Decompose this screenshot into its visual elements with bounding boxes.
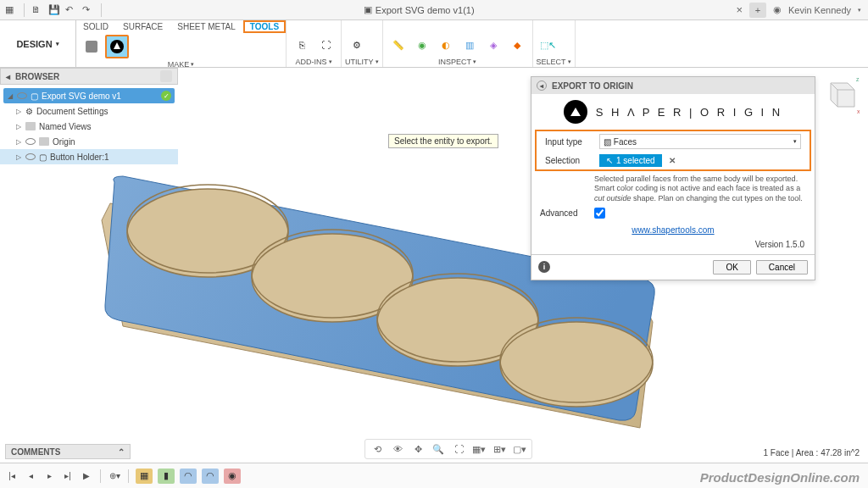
export-panel: ◂ EXPORT TO ORIGIN S H Λ P E R | O R I G…: [531, 76, 815, 280]
center-mass-icon[interactable]: ◈: [483, 35, 504, 55]
panel-header[interactable]: ◂ EXPORT TO ORIGIN: [531, 77, 815, 94]
component-color-icon[interactable]: ◆: [507, 35, 527, 55]
zoom-icon[interactable]: 🔍: [430, 441, 447, 457]
folder-icon: [39, 137, 49, 146]
component-icon: ▢: [31, 92, 38, 101]
orbit-icon[interactable]: ⟲: [369, 441, 386, 457]
svg-point-5: [377, 274, 538, 362]
visibility-icon[interactable]: [25, 153, 36, 160]
utility-icon[interactable]: ⚙: [347, 35, 367, 55]
tab-surface[interactable]: SURFACE: [116, 20, 170, 33]
group-select[interactable]: SELECT▾: [533, 57, 575, 67]
timeline-settings-icon[interactable]: ⊕▾: [108, 469, 121, 483]
advanced-checkbox[interactable]: [594, 208, 605, 219]
tree-item-button-holder[interactable]: ▷ ▢ Button Holder:1: [0, 149, 178, 164]
info-icon[interactable]: i: [538, 261, 550, 273]
svg-text:x: x: [857, 108, 860, 114]
group-utility[interactable]: UTILITY▾: [342, 57, 382, 67]
feature-fillet-icon[interactable]: ◠: [180, 469, 197, 484]
extensions-icon[interactable]: ◉: [773, 4, 782, 15]
tree-root[interactable]: ◢ ▢ Export SVG demo v1 ✓: [3, 88, 175, 103]
file-icon[interactable]: 🗎: [31, 4, 43, 16]
ribbon: DESIGN▾ SOLID SURFACE SHEET METAL TOOLS …: [0, 20, 868, 68]
selection-chip[interactable]: ↖ 1 selected: [599, 154, 662, 167]
input-type-row: Input type ▧ Faces ▾: [537, 131, 810, 152]
tree-item-doc-settings[interactable]: ▷⚙ Document Settings: [0, 103, 178, 119]
store-icon[interactable]: ⛶: [315, 35, 336, 55]
svg-text:z: z: [856, 76, 860, 82]
component-icon: ▢: [39, 152, 47, 162]
svg-rect-8: [86, 41, 97, 53]
visibility-icon[interactable]: [25, 138, 36, 145]
timeline-start-icon[interactable]: |◂: [5, 469, 19, 483]
timeline-back-icon[interactable]: ◂: [24, 469, 37, 483]
collapse-icon[interactable]: ◂: [537, 80, 547, 91]
cancel-button[interactable]: Cancel: [756, 260, 808, 274]
browser-panel: ◂ BROWSER ◢ ▢ Export SVG demo v1 ✓ ▷⚙ Do…: [0, 68, 178, 168]
svg-point-7: [500, 318, 653, 402]
status-bar: 1 Face | Area : 47.28 in^2: [764, 448, 860, 458]
undo-icon[interactable]: ↶: [65, 4, 77, 16]
new-tab-button[interactable]: +: [749, 3, 766, 18]
tab-tools[interactable]: TOOLS: [243, 20, 286, 33]
measure-icon[interactable]: 📏: [388, 35, 409, 55]
tab-sheet-metal[interactable]: SHEET METAL: [170, 20, 243, 33]
workspace-switcher[interactable]: DESIGN▾: [0, 20, 76, 67]
fusion-icon: ▣: [364, 4, 372, 15]
close-tab-icon[interactable]: ×: [736, 3, 743, 16]
timeline-fwd-icon[interactable]: ▸: [42, 469, 56, 483]
feature-sketch-icon[interactable]: ▦: [136, 469, 153, 484]
fit-icon[interactable]: ⛶: [450, 441, 467, 457]
comments-header[interactable]: COMMENTS⌃: [5, 444, 131, 459]
viewport-icon[interactable]: ▢▾: [511, 441, 528, 457]
faces-icon: ▧: [604, 137, 611, 147]
apps-grid-icon[interactable]: ▦: [5, 4, 17, 16]
collapse-icon[interactable]: ◂: [6, 72, 10, 81]
tree-item-origin[interactable]: ▷ Origin: [0, 134, 178, 149]
look-icon[interactable]: 👁: [389, 441, 406, 457]
timeline: |◂ ◂ ▸ ▸| ▶ ⊕▾ ▦ ▮ ◠ ◠ ◉: [0, 463, 868, 488]
group-addins[interactable]: ADD-INS▾: [287, 57, 341, 67]
feature-fillet2-icon[interactable]: ◠: [202, 469, 219, 484]
shaper-link[interactable]: www.shapertools.com: [531, 221, 815, 238]
visibility-icon[interactable]: [17, 92, 27, 99]
timeline-play-icon[interactable]: ▶: [80, 469, 93, 483]
scripts-icon[interactable]: ⎘: [292, 35, 312, 55]
section-icon[interactable]: ▥: [459, 35, 480, 55]
feature-combine-icon[interactable]: ◉: [224, 469, 241, 484]
select-icon[interactable]: ⬚↖: [538, 35, 559, 55]
nav-toolbar: ⟲ 👁 ✥ 🔍 ⛶ ▦▾ ⊞▾ ▢▾: [364, 439, 532, 459]
user-name[interactable]: Kevin Kennedy: [788, 5, 851, 15]
chevron-down-icon: ▾: [793, 138, 797, 145]
chevron-down-icon[interactable]: ▾: [858, 7, 861, 14]
group-inspect[interactable]: INSPECT▾: [383, 57, 532, 67]
timeline-end-icon[interactable]: ▸|: [61, 469, 75, 483]
tab-solid[interactable]: SOLID: [76, 20, 116, 33]
active-check-icon[interactable]: ✓: [161, 91, 171, 101]
folder-icon: [25, 122, 36, 130]
browser-header[interactable]: ◂ BROWSER: [0, 68, 178, 85]
shaper-logo: S H Λ P E R | O R I G I N: [531, 94, 815, 130]
titlebar: ▦ 🗎 💾 ↶ ↷ ▣ Export SVG demo v1(1) × + ◉ …: [0, 0, 868, 20]
redo-icon[interactable]: ↷: [82, 4, 94, 16]
print-3d-icon[interactable]: [81, 36, 102, 57]
feature-extrude-icon[interactable]: ▮: [158, 469, 175, 484]
ok-button[interactable]: OK: [713, 260, 750, 274]
shaper-export-icon[interactable]: [105, 35, 129, 58]
input-type-select[interactable]: ▧ Faces ▾: [599, 134, 801, 149]
pan-icon[interactable]: ✥: [409, 441, 426, 457]
selection-row: Selection ↖ 1 selected ✕: [537, 152, 810, 169]
version-text: Version 1.5.0: [531, 238, 815, 254]
save-icon[interactable]: 💾: [48, 4, 60, 16]
curvature-icon[interactable]: ◐: [436, 35, 456, 55]
description-text: Selected parallel faces from the same bo…: [531, 171, 815, 205]
grid-icon[interactable]: ⊞▾: [491, 441, 508, 457]
prompt-tooltip: Select the entity to export.: [388, 134, 498, 148]
viewcube[interactable]: z x: [819, 75, 860, 115]
display-icon[interactable]: ▦▾: [470, 441, 487, 457]
clear-selection-icon[interactable]: ✕: [669, 156, 676, 165]
svg-point-2: [252, 234, 413, 322]
document-title: ▣ Export SVG demo v1(1): [108, 4, 729, 15]
interference-icon[interactable]: ◉: [412, 35, 432, 55]
tree-item-named-views[interactable]: ▷ Named Views: [0, 119, 178, 134]
